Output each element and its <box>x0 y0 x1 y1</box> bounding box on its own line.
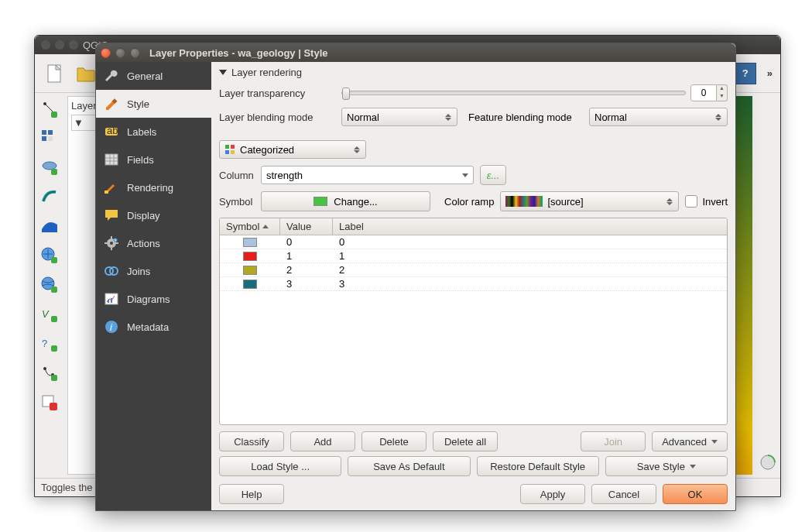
table-header: Symbol Value Label <box>220 218 727 235</box>
row-value: 1 <box>280 250 333 262</box>
sidebar-item-display[interactable]: Display <box>96 201 211 229</box>
row-label: 1 <box>333 250 727 262</box>
sidebar-item-fields[interactable]: Fields <box>96 146 211 173</box>
tool-6-icon[interactable] <box>40 246 62 268</box>
globe-refresh-icon[interactable] <box>759 453 777 472</box>
feature-blend-value: Normal <box>594 112 627 123</box>
save-style-button[interactable]: Save Style <box>605 456 728 476</box>
transparency-spinbox[interactable]: ▲▼ <box>690 84 728 101</box>
svg-text:abc: abc <box>107 125 119 136</box>
sidebar-item-actions[interactable]: Actions <box>96 229 211 257</box>
categories-table[interactable]: Symbol Value Label 00112233 <box>219 218 728 425</box>
svg-rect-22 <box>50 403 57 410</box>
svg-rect-9 <box>51 169 57 175</box>
color-ramp-combo[interactable]: [source] <box>500 191 679 211</box>
maximize-icon[interactable] <box>130 48 140 58</box>
change-symbol-button[interactable]: Change... <box>261 191 430 211</box>
main-min-icon[interactable] <box>55 40 64 50</box>
sidebar-item-joins[interactable]: Joins <box>96 257 211 285</box>
layer-rendering-section[interactable]: Layer rendering <box>219 67 728 78</box>
color-swatch-icon <box>243 266 257 275</box>
feature-blend-combo[interactable]: Normal <box>589 108 728 126</box>
column-value: strength <box>266 170 303 181</box>
tool-1-icon[interactable] <box>40 99 62 121</box>
sidebar-item-label: Labels <box>127 126 156 138</box>
header-label[interactable]: Label <box>333 218 727 235</box>
layer-blend-combo[interactable]: Normal <box>341 108 457 126</box>
transparency-slider[interactable] <box>341 91 686 95</box>
help-button[interactable]: Help <box>219 484 284 504</box>
table-row[interactable]: 11 <box>220 249 727 263</box>
chevron-right-icon[interactable]: » <box>767 67 773 79</box>
add-button[interactable]: Add <box>290 431 355 451</box>
sidebar-item-label: Display <box>127 210 160 221</box>
table-row[interactable]: 22 <box>220 263 727 277</box>
main-close-icon[interactable] <box>41 40 50 50</box>
column-combo[interactable]: strength <box>261 166 474 184</box>
svg-rect-48 <box>231 145 235 149</box>
tool-2-icon[interactable] <box>40 129 62 150</box>
sidebar-item-label: General <box>127 70 163 82</box>
join-button[interactable]: Join <box>581 431 646 451</box>
layer-properties-dialog: Layer Properties - wa_geology | Style Ge… <box>95 43 736 511</box>
minimize-icon[interactable] <box>115 48 125 58</box>
transparency-input[interactable] <box>690 84 717 101</box>
spin-up-icon[interactable]: ▲ <box>717 85 727 93</box>
sidebar-item-general[interactable]: General <box>96 62 211 90</box>
tool-4-icon[interactable] <box>40 187 62 209</box>
apply-button[interactable]: Apply <box>520 484 585 504</box>
tool-10-icon[interactable] <box>40 364 62 386</box>
renderer-type-combo[interactable]: Categorized <box>219 140 366 159</box>
svg-rect-15 <box>51 316 57 322</box>
expression-button[interactable]: ε... <box>480 165 506 185</box>
row-label: 2 <box>333 264 727 276</box>
renderer-type-value: Categorized <box>240 144 294 156</box>
svg-rect-20 <box>51 375 57 381</box>
sidebar-item-label: Joins <box>127 266 150 277</box>
delete-all-button[interactable]: Delete all <box>433 431 498 451</box>
tool-8-icon[interactable]: V <box>40 305 62 327</box>
svg-text:?: ? <box>42 338 47 349</box>
save-default-button[interactable]: Save As Default <box>348 456 470 476</box>
svg-rect-37 <box>104 242 108 244</box>
dialog-titlebar[interactable]: Layer Properties - wa_geology | Style <box>96 43 735 62</box>
dropdown-icon <box>713 114 724 121</box>
tool-11-icon[interactable] <box>40 393 62 415</box>
tool-7-icon[interactable] <box>40 276 62 297</box>
svg-rect-11 <box>51 257 57 263</box>
new-file-icon[interactable] <box>43 61 67 86</box>
sidebar-item-diagrams[interactable]: Diagrams <box>96 285 211 313</box>
chevron-down-icon <box>690 465 696 469</box>
main-max-icon[interactable] <box>69 40 78 50</box>
tool-5-icon[interactable] <box>40 217 62 239</box>
transparency-label: Layer transparency <box>219 88 335 99</box>
advanced-button[interactable]: Advanced <box>652 431 728 451</box>
sidebar-item-metadata[interactable]: i Metadata <box>96 313 211 341</box>
load-style-button[interactable]: Load Style ... <box>219 456 341 476</box>
sidebar-item-rendering[interactable]: Rendering <box>96 173 211 201</box>
sidebar-item-labels[interactable]: abc Labels <box>96 118 211 146</box>
invert-checkbox[interactable] <box>685 195 697 208</box>
table-row[interactable]: 33 <box>220 277 727 291</box>
row-value: 3 <box>280 278 333 290</box>
svg-rect-36 <box>111 247 112 250</box>
cancel-button[interactable]: Cancel <box>591 484 656 504</box>
close-icon[interactable] <box>101 48 111 58</box>
svg-rect-3 <box>51 112 57 118</box>
header-value[interactable]: Value <box>280 218 333 235</box>
svg-point-8 <box>43 162 57 170</box>
slider-thumb-icon[interactable] <box>342 88 350 100</box>
table-row[interactable]: 00 <box>220 235 727 249</box>
spin-down-icon[interactable]: ▼ <box>717 93 727 101</box>
help-icon[interactable]: ? <box>735 63 756 84</box>
classify-button[interactable]: Classify <box>219 431 284 451</box>
restore-default-button[interactable]: Restore Default Style <box>477 456 599 476</box>
sidebar-item-style[interactable]: Style <box>96 90 211 118</box>
header-symbol[interactable]: Symbol <box>220 218 280 235</box>
invert-checkbox-wrap[interactable]: Invert <box>685 195 728 208</box>
svg-rect-47 <box>225 145 229 149</box>
delete-button[interactable]: Delete <box>361 431 427 451</box>
tool-9-icon[interactable]: ? <box>40 335 62 356</box>
ok-button[interactable]: OK <box>663 484 728 504</box>
tool-3-icon[interactable] <box>40 158 62 180</box>
